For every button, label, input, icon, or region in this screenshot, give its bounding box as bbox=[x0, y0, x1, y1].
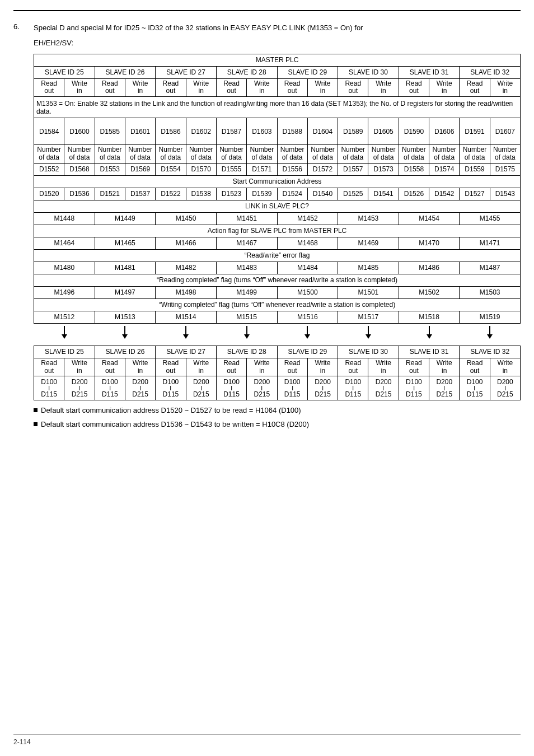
range-sep-icon bbox=[278, 386, 307, 390]
rw-cell: Readout bbox=[95, 78, 125, 97]
rw-cell: Writein bbox=[490, 358, 520, 376]
rw-cell: Writein bbox=[490, 78, 520, 97]
m-cell: M1469 bbox=[338, 237, 399, 249]
d-range-cell: D200D215 bbox=[429, 376, 460, 400]
rw-cell: Writein bbox=[368, 78, 399, 97]
slave29-hdr2: SLAVE ID 29 bbox=[277, 346, 338, 358]
numdata-cell: Numberof data bbox=[186, 145, 216, 164]
data-cell: D1589 bbox=[338, 118, 368, 145]
link-q: LINK in SLAVE PLC? bbox=[34, 200, 521, 212]
d-range-cell: D100D115 bbox=[156, 376, 186, 400]
data-cell: D1540 bbox=[307, 188, 338, 200]
m-cell: M1516 bbox=[277, 311, 338, 323]
m-cell: M1503 bbox=[460, 286, 521, 298]
data-cell: D1584 bbox=[34, 118, 64, 145]
m-cell: M1483 bbox=[216, 262, 277, 274]
rw-cell: Readout bbox=[216, 78, 246, 97]
data-cell: D1553 bbox=[95, 163, 125, 175]
m-cell: M1486 bbox=[399, 262, 460, 274]
rw-cell: Writein bbox=[247, 358, 277, 376]
list-item: 6. Special D and special M for ID25 ~ ID… bbox=[13, 22, 521, 34]
down-arrow-icon bbox=[64, 326, 65, 338]
range-sep-icon bbox=[35, 386, 63, 390]
data-cell: D1600 bbox=[64, 118, 95, 145]
numdata-cell: Numberof data bbox=[216, 145, 246, 164]
bullet-2-text: Default start communication address D153… bbox=[41, 420, 309, 428]
slave28-hdr: SLAVE ID 28 bbox=[216, 66, 277, 78]
m-cell: M1465 bbox=[95, 237, 156, 249]
numdata-cell: Numberof data bbox=[95, 145, 125, 164]
m-cell: M1497 bbox=[95, 286, 156, 298]
data-cell: D1573 bbox=[368, 163, 399, 175]
numdata-cell: Numberof data bbox=[490, 145, 520, 164]
d-range-cell: D100D115 bbox=[95, 376, 125, 400]
numdata-cell: Numberof data bbox=[460, 145, 490, 164]
arrow-cell bbox=[34, 323, 95, 346]
data-cell: D1575 bbox=[490, 163, 520, 175]
m-cell: M1512 bbox=[34, 311, 95, 323]
m-cell: M1481 bbox=[95, 262, 156, 274]
rw-cell: Readout bbox=[338, 78, 368, 97]
arrow-cell bbox=[156, 323, 217, 346]
m-cell: M1451 bbox=[216, 212, 277, 225]
numdata-cell: Numberof data bbox=[247, 145, 277, 164]
d-range-cell: D100D115 bbox=[460, 376, 490, 400]
m-cell: M1496 bbox=[34, 286, 95, 298]
rw-cell: Writein bbox=[307, 358, 338, 376]
rw-cell: Readout bbox=[277, 78, 307, 97]
numdata-cell: Numberof data bbox=[429, 145, 460, 164]
data-cell: D1552 bbox=[34, 163, 64, 175]
data-cell: D1605 bbox=[368, 118, 399, 145]
rw-cell: Writein bbox=[247, 78, 277, 97]
m-cell: M1471 bbox=[460, 237, 521, 249]
data-cell: D1569 bbox=[125, 163, 155, 175]
data-cell: D1588 bbox=[277, 118, 307, 145]
m-cell: M1480 bbox=[34, 262, 95, 274]
arrow-cell bbox=[216, 323, 277, 346]
rw-cell: Readout bbox=[34, 358, 64, 376]
m-cell: M1484 bbox=[277, 262, 338, 274]
numdata-cell: Numberof data bbox=[399, 145, 429, 164]
arrow-cell bbox=[338, 323, 399, 346]
d-range-cell: D100D115 bbox=[338, 376, 368, 400]
write-comp: “Writing completed” flag (turns “Off” wh… bbox=[34, 298, 521, 311]
square-bullet-icon bbox=[34, 422, 38, 426]
d-range-cell: D100D115 bbox=[216, 376, 246, 400]
rw-cell: Readout bbox=[399, 78, 429, 97]
range-sep-icon bbox=[339, 386, 367, 390]
down-arrow-icon bbox=[185, 326, 186, 338]
m-cell: M1513 bbox=[95, 311, 156, 323]
m-cell: M1487 bbox=[460, 262, 521, 274]
slave26-hdr2: SLAVE ID 26 bbox=[95, 346, 156, 358]
slave31-hdr: SLAVE ID 31 bbox=[399, 66, 460, 78]
rw-cell: Writein bbox=[64, 78, 95, 97]
data-cell: D1590 bbox=[399, 118, 429, 145]
slave30-hdr2: SLAVE ID 30 bbox=[338, 346, 399, 358]
d-range-cell: D200D215 bbox=[307, 376, 338, 400]
down-arrow-icon bbox=[246, 326, 247, 338]
m-cell: M1485 bbox=[338, 262, 399, 274]
numdata-cell: Numberof data bbox=[156, 145, 186, 164]
data-cell: D1570 bbox=[186, 163, 216, 175]
m-cell: M1449 bbox=[95, 212, 156, 225]
bullet-2: Default start communication address D153… bbox=[34, 420, 521, 428]
square-bullet-icon bbox=[34, 408, 38, 412]
main-table: MASTER PLC SLAVE ID 25 SLAVE ID 26 SLAVE… bbox=[34, 54, 521, 401]
rw-cell: Readout bbox=[156, 358, 186, 376]
data-cell: D1521 bbox=[95, 188, 125, 200]
data-cell: D1542 bbox=[429, 188, 460, 200]
rw-cell: Readout bbox=[277, 358, 307, 376]
data-cell: D1568 bbox=[64, 163, 95, 175]
rw-cell: Readout bbox=[399, 358, 429, 376]
d-range-cell: D200D215 bbox=[368, 376, 399, 400]
data-cell: D1524 bbox=[277, 188, 307, 200]
data-cell: D1606 bbox=[429, 118, 460, 145]
slave27-hdr2: SLAVE ID 27 bbox=[156, 346, 217, 358]
d-range-cell: D200D215 bbox=[490, 376, 520, 400]
d-range-cell: D200D215 bbox=[125, 376, 155, 400]
m-cell: M1467 bbox=[216, 237, 277, 249]
m-cell: M1519 bbox=[460, 311, 521, 323]
item-text: Special D and special M for ID25 ~ ID32 … bbox=[34, 22, 521, 34]
slave32-hdr2: SLAVE ID 32 bbox=[460, 346, 521, 358]
range-sep-icon bbox=[217, 386, 246, 390]
